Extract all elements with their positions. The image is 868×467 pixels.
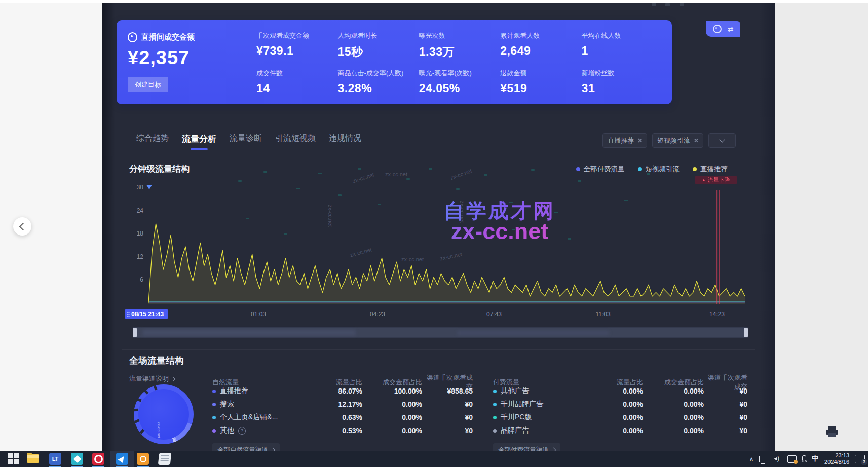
tab[interactable]: 流量分析 bbox=[182, 133, 216, 150]
legend-label: 直播推荐 bbox=[700, 165, 728, 174]
teal-app-icon[interactable] bbox=[71, 453, 83, 465]
slider-handle-right[interactable] bbox=[744, 328, 748, 337]
traffic-share: 12.17% bbox=[315, 400, 362, 408]
section-divider bbox=[122, 349, 755, 350]
metric: 商品点击-成交率(人数) 3.28% bbox=[337, 69, 419, 100]
x-tick-label: 11:03 bbox=[585, 310, 621, 318]
channel-label: 其他广告 bbox=[501, 386, 529, 396]
notification-badge: 3 bbox=[861, 459, 867, 465]
clock-time: 23:13 bbox=[835, 452, 849, 458]
watermark-small: zx-cc.net bbox=[459, 201, 465, 223]
alert-label: 流量下降 bbox=[708, 176, 730, 184]
tab[interactable]: 违规情况 bbox=[329, 133, 361, 150]
gear-icon[interactable] bbox=[713, 25, 722, 33]
channel-label: 搜索 bbox=[220, 400, 234, 409]
start-button[interactable] bbox=[8, 453, 20, 465]
right-margin bbox=[775, 3, 868, 451]
legend-item[interactable]: 全部付费流量 bbox=[576, 165, 625, 174]
minute-section-title: 分钟级流量结构 bbox=[129, 163, 190, 175]
gmv-share: 0.00% bbox=[643, 387, 704, 395]
notification-center-icon[interactable]: 3 bbox=[855, 455, 865, 463]
table-row[interactable]: 品牌广告 0.00% 0.00% ¥0 bbox=[493, 424, 747, 437]
traffic-donut-chart[interactable]: zx-cc.net bbox=[134, 384, 194, 444]
filter-dropdown[interactable] bbox=[708, 133, 736, 148]
col-header: 成交金额占比 bbox=[362, 378, 422, 387]
gmv-share: 0.00% bbox=[643, 400, 704, 408]
orange-app-icon[interactable] bbox=[137, 453, 149, 465]
metric-label: 新增粉丝数 bbox=[582, 69, 663, 78]
close-icon[interactable] bbox=[637, 138, 642, 143]
x-tick-label: 07:43 bbox=[476, 310, 512, 318]
table-row[interactable]: 搜索 12.17% 0.00% ¥0 bbox=[212, 398, 473, 411]
time-range-start-handle[interactable]: 08/15 21:43 bbox=[125, 309, 168, 319]
table-row[interactable]: 千川PC版 0.00% 0.00% ¥0 bbox=[493, 411, 747, 424]
col-header: 成交金额占比 bbox=[643, 378, 704, 387]
watermark-small: zx-cc.net bbox=[449, 168, 472, 181]
tray-expand-icon[interactable]: ∧ bbox=[749, 456, 753, 462]
table-header: 付费流量 流量占比 成交金额占比 渠道千次观看成交 bbox=[493, 373, 747, 384]
col-header: 自然流量 bbox=[212, 378, 315, 387]
previous-button[interactable] bbox=[13, 217, 31, 236]
channel-note-label: 流量渠道说明 bbox=[129, 374, 169, 383]
watermark-small: zx-cc.net bbox=[157, 422, 161, 438]
paid-traffic-table: 付费流量 流量占比 成交金额占比 渠道千次观看成交 其他广告 0.00% 0.0… bbox=[493, 373, 747, 451]
watermark-small: zx-cc.net bbox=[327, 205, 333, 227]
table-row[interactable]: 其他 ? 0.53% 0.00% ¥0 bbox=[212, 424, 473, 437]
channel-dot-icon bbox=[212, 390, 216, 393]
network-icon[interactable] bbox=[759, 456, 768, 462]
traffic-alert-badge[interactable]: ▲ 流量下降 bbox=[695, 176, 737, 184]
table-row[interactable]: 千川品牌广告 0.00% 0.00% ¥0 bbox=[493, 398, 747, 411]
kpi-banner: 直播间成交金额 ¥2,357 创建目标 千次观看成交金额 ¥739.1 人均观看… bbox=[117, 20, 672, 104]
channel-label: 其他 bbox=[220, 426, 234, 435]
notepad-icon[interactable] bbox=[159, 453, 171, 465]
tab[interactable]: 流量诊断 bbox=[230, 133, 262, 150]
legend-item[interactable]: 直播推荐 bbox=[693, 165, 728, 174]
volume-icon[interactable] bbox=[774, 456, 782, 462]
create-goal-button[interactable]: 创建目标 bbox=[128, 77, 168, 92]
target-icon bbox=[128, 32, 137, 42]
traffic-share: 0.63% bbox=[315, 413, 362, 421]
lt-app-icon[interactable]: LT bbox=[49, 453, 61, 465]
tab[interactable]: 综合趋势 bbox=[136, 133, 169, 150]
table-header: 自然流量 流量占比 成交金额占比 渠道千次观看成交 bbox=[212, 373, 473, 384]
window-control-mark bbox=[665, 3, 670, 6]
ime-indicator[interactable]: 中 bbox=[812, 454, 819, 463]
taskbar-clock[interactable]: 23:13 2024/8/16 bbox=[824, 452, 849, 465]
metric-value: 14 bbox=[256, 82, 337, 95]
red-browser-icon[interactable] bbox=[92, 453, 104, 465]
help-icon[interactable]: ? bbox=[238, 427, 246, 435]
close-icon[interactable] bbox=[694, 138, 698, 143]
gmv-share: 0.00% bbox=[362, 400, 422, 408]
slider-handle-left[interactable] bbox=[133, 328, 137, 337]
screenshot-tool-icon[interactable] bbox=[787, 455, 797, 463]
microphone-icon[interactable] bbox=[802, 455, 806, 461]
filter-chip[interactable]: 短视频引流 bbox=[652, 133, 703, 148]
swap-icon[interactable]: ⇄ bbox=[728, 26, 734, 33]
file-explorer-icon[interactable] bbox=[27, 453, 39, 465]
watermark-small: zx-cc.net bbox=[385, 171, 407, 177]
tab-bar: 综合趋势 流量分析 流量诊断 引流短视频 违规情况 bbox=[136, 133, 361, 150]
y-tick-label: 30 bbox=[127, 184, 143, 191]
table-row[interactable]: 个人主页&店铺&... 0.63% 0.00% ¥0 bbox=[212, 411, 473, 424]
legend-dot-icon bbox=[638, 167, 642, 171]
all-natural-channels-link[interactable]: 全部自然流量渠道 bbox=[212, 443, 280, 451]
tab[interactable]: 引流短视频 bbox=[275, 133, 316, 150]
window-control-mark bbox=[680, 3, 684, 6]
traffic-share: 0.00% bbox=[592, 413, 643, 421]
metric: 人均观看时长 15秒 bbox=[337, 31, 419, 63]
watermark-small: zx-cc.net bbox=[352, 171, 375, 184]
metric-value: ¥519 bbox=[500, 82, 581, 95]
time-range-slider[interactable] bbox=[133, 327, 748, 338]
legend-dot-icon bbox=[693, 167, 697, 171]
metric-value: ¥739.1 bbox=[256, 44, 337, 58]
channel-note-link[interactable]: 流量渠道说明 bbox=[129, 374, 175, 383]
printer-icon[interactable] bbox=[825, 425, 839, 438]
legend-item[interactable]: 短视频引流 bbox=[638, 165, 680, 174]
filter-chip[interactable]: 直播推荐 bbox=[602, 133, 647, 148]
pointer-app-icon[interactable] bbox=[116, 453, 128, 465]
filter-chips: 直播推荐 短视频引流 bbox=[602, 133, 736, 148]
y-tick-label: 18 bbox=[127, 230, 143, 237]
metric-label: 曝光次数 bbox=[419, 31, 500, 41]
all-paid-channels-link[interactable]: 全部付费流量渠道 bbox=[493, 443, 560, 451]
metric-value: 24.05% bbox=[419, 82, 500, 95]
